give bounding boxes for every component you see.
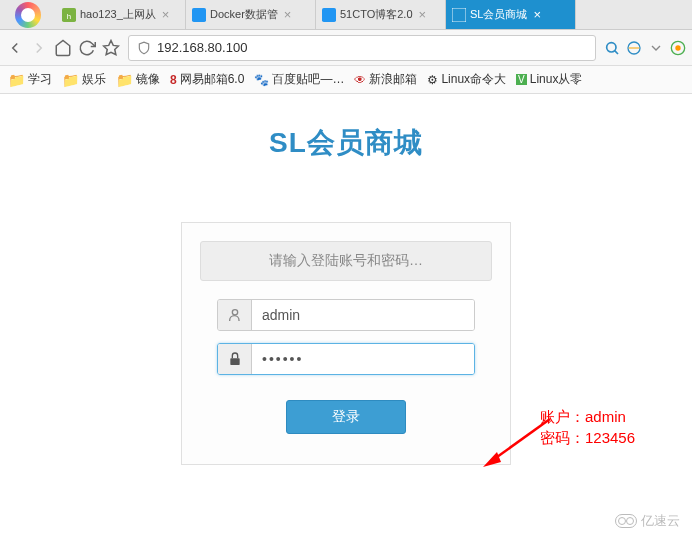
tab-51cto[interactable]: 51CTO博客2.0 ×	[316, 0, 446, 29]
address-right-icons	[604, 40, 686, 56]
svg-rect-2	[192, 8, 206, 22]
svg-point-11	[232, 310, 237, 315]
svg-rect-4	[452, 8, 466, 22]
bookmark-sina[interactable]: 👁新浪邮箱	[354, 71, 417, 88]
page-content: SL会员商城 请输入登陆账号和密码… 登录 账户：admin 密码：123456	[0, 94, 692, 465]
bookmark-label: 镜像	[136, 71, 160, 88]
bookmark-163mail[interactable]: 8网易邮箱6.0	[170, 71, 244, 88]
forward-icon[interactable]	[30, 39, 48, 57]
tab-title: hao123_上网从	[80, 7, 156, 22]
eye-icon: 👁	[354, 73, 366, 87]
tab-title: Docker数据管	[210, 7, 278, 22]
nav-buttons	[6, 39, 120, 57]
bookmark-entertainment[interactable]: 📁娱乐	[62, 71, 106, 88]
page-title: SL会员商城	[0, 124, 692, 162]
bookmark-label: 娱乐	[82, 71, 106, 88]
user-icon-box	[218, 300, 252, 330]
chevron-down-icon[interactable]	[648, 40, 664, 56]
close-icon[interactable]: ×	[284, 7, 292, 22]
tab-bar: h hao123_上网从 × Docker数据管 × 51CTO博客2.0 × …	[0, 0, 692, 30]
home-icon[interactable]	[54, 39, 72, 57]
shield-icon	[137, 41, 151, 55]
annotation-text: 账户：admin 密码：123456	[540, 406, 635, 448]
sl-favicon-icon	[452, 8, 466, 22]
bookmark-label: 新浪邮箱	[369, 71, 417, 88]
password-group	[217, 343, 475, 375]
tab-title: 51CTO博客2.0	[340, 7, 413, 22]
watermark-text: 亿速云	[641, 512, 680, 530]
docker-favicon-icon	[192, 8, 206, 22]
svg-rect-3	[322, 8, 336, 22]
url-input[interactable]: 192.168.80.100	[128, 35, 596, 61]
gear-icon: ⚙	[427, 73, 438, 87]
browser-logo-icon[interactable]	[15, 2, 41, 28]
lock-icon	[227, 351, 243, 367]
annotation-password: 密码：123456	[540, 427, 635, 448]
svg-rect-12	[230, 358, 239, 365]
bookmark-label: 学习	[28, 71, 52, 88]
folder-icon: 📁	[116, 72, 133, 88]
bookmarks-bar: 📁学习 📁娱乐 📁镜像 8网易邮箱6.0 🐾百度贴吧—… 👁新浪邮箱 ⚙Linu…	[0, 66, 692, 94]
bookmark-linux-cmd[interactable]: ⚙Linux命令大	[427, 71, 506, 88]
svg-line-7	[615, 50, 618, 53]
bookmark-mirror[interactable]: 📁镜像	[116, 71, 160, 88]
lock-icon-box	[218, 344, 252, 374]
ie-icon[interactable]	[626, 40, 642, 56]
bookmark-linux-zero[interactable]: VLinux从零	[516, 71, 582, 88]
password-input[interactable]	[252, 344, 474, 374]
browser-logo-area	[0, 0, 56, 29]
paw-icon: 🐾	[254, 73, 269, 87]
bookmark-label: 网易邮箱6.0	[180, 71, 245, 88]
svg-point-6	[607, 42, 616, 51]
tab-sl-shop[interactable]: SL会员商城 ×	[446, 0, 576, 29]
tab-docker[interactable]: Docker数据管 ×	[186, 0, 316, 29]
login-prompt: 请输入登陆账号和密码…	[200, 241, 492, 281]
address-bar: 192.168.80.100	[0, 30, 692, 66]
close-icon[interactable]: ×	[533, 7, 541, 22]
folder-icon: 📁	[62, 72, 79, 88]
search-icon[interactable]	[604, 40, 620, 56]
v-icon: V	[516, 74, 527, 85]
app-icon[interactable]	[670, 40, 686, 56]
watermark-icon	[615, 514, 637, 528]
user-icon	[227, 307, 243, 323]
51cto-favicon-icon	[322, 8, 336, 22]
close-icon[interactable]: ×	[162, 7, 170, 22]
bookmark-study[interactable]: 📁学习	[8, 71, 52, 88]
back-icon[interactable]	[6, 39, 24, 57]
watermark: 亿速云	[615, 512, 680, 530]
username-input[interactable]	[252, 300, 474, 330]
hao123-favicon-icon: h	[62, 8, 76, 22]
tab-title: SL会员商城	[470, 7, 527, 22]
bookmark-label: Linux从零	[530, 71, 583, 88]
url-text: 192.168.80.100	[157, 40, 247, 55]
username-group	[217, 299, 475, 331]
refresh-icon[interactable]	[78, 39, 96, 57]
svg-text:h: h	[67, 11, 71, 20]
netease-icon: 8	[170, 73, 177, 87]
bookmark-tieba[interactable]: 🐾百度贴吧—…	[254, 71, 344, 88]
bookmark-label: Linux命令大	[441, 71, 506, 88]
close-icon[interactable]: ×	[419, 7, 427, 22]
bookmark-label: 百度贴吧—…	[272, 71, 344, 88]
folder-icon: 📁	[8, 72, 25, 88]
tab-hao123[interactable]: h hao123_上网从 ×	[56, 0, 186, 29]
svg-marker-5	[104, 40, 119, 54]
annotation-username: 账户：admin	[540, 406, 635, 427]
svg-point-10	[675, 45, 680, 50]
login-panel: 请输入登陆账号和密码… 登录	[181, 222, 511, 465]
login-button[interactable]: 登录	[286, 400, 406, 434]
star-icon[interactable]	[102, 39, 120, 57]
